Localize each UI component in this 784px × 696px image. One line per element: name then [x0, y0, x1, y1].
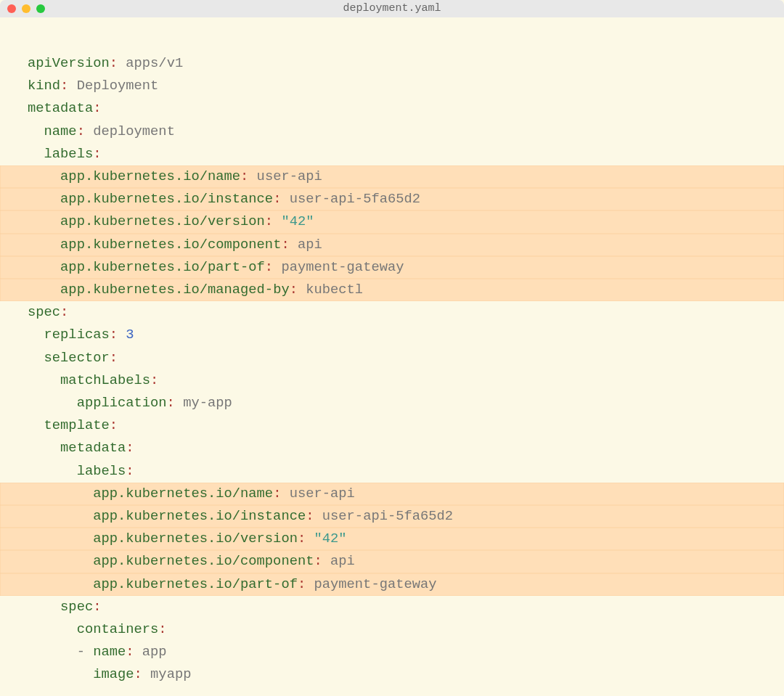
yaml-key: replicas — [44, 327, 110, 343]
yaml-key: template — [44, 417, 110, 433]
editor-window: deployment.yaml apiVersion: apps/v1kind:… — [0, 0, 784, 696]
yaml-key: kind — [28, 78, 60, 94]
yaml-key: app.kubernetes.io/name — [93, 486, 273, 501]
yaml-key: labels — [44, 146, 94, 162]
yaml-key: spec — [28, 304, 60, 320]
code-line[interactable]: image: myapp — [0, 663, 784, 686]
yaml-key: app.kubernetes.io/instance — [60, 191, 273, 207]
yaml-value: app — [142, 644, 167, 660]
yaml-key: name — [93, 644, 126, 660]
code-line[interactable]: containers: — [0, 618, 784, 641]
yaml-key: metadata — [60, 440, 126, 456]
code-line[interactable]: app.kubernetes.io/component: api — [0, 550, 784, 573]
code-line[interactable]: name: deployment — [0, 120, 784, 143]
code-line[interactable]: app.kubernetes.io/version: "42" — [0, 210, 784, 233]
yaml-value: "42" — [314, 531, 347, 546]
yaml-value: user-api-5fa65d2 — [322, 508, 453, 524]
yaml-value: user-api — [257, 168, 322, 184]
code-line[interactable]: apiVersion: apps/v1 — [0, 52, 784, 75]
code-line[interactable]: app.kubernetes.io/name: user-api — [0, 483, 784, 505]
yaml-value: user-api-5fa65d2 — [290, 191, 420, 207]
yaml-key: app.kubernetes.io/version — [93, 531, 298, 546]
code-line[interactable]: kind: Deployment — [0, 75, 784, 97]
yaml-key: app.kubernetes.io/name — [60, 168, 240, 184]
yaml-key: image — [93, 666, 134, 682]
yaml-value: api — [298, 237, 322, 253]
code-line[interactable]: template: — [0, 414, 784, 437]
code-line[interactable]: - name: app — [0, 641, 784, 663]
code-line[interactable]: labels: — [0, 460, 784, 483]
titlebar: deployment.yaml — [0, 0, 784, 17]
code-line[interactable]: selector: — [0, 347, 784, 369]
yaml-key: app.kubernetes.io/component — [93, 553, 314, 569]
code-line[interactable]: app.kubernetes.io/part-of: payment-gatew… — [0, 573, 784, 596]
code-line[interactable]: app.kubernetes.io/instance: user-api-5fa… — [0, 505, 784, 528]
code-line[interactable]: spec: — [0, 301, 784, 324]
yaml-value: user-api — [290, 486, 355, 501]
yaml-key: app.kubernetes.io/instance — [93, 508, 306, 524]
yaml-value: "42" — [281, 213, 314, 229]
window-title: deployment.yaml — [0, 0, 784, 20]
code-line[interactable]: replicas: 3 — [0, 324, 784, 346]
yaml-key: containers — [77, 621, 159, 637]
yaml-key: app.kubernetes.io/part-of — [93, 576, 298, 592]
yaml-value: kubectl — [306, 282, 363, 298]
code-line[interactable]: app.kubernetes.io/name: user-api — [0, 165, 784, 188]
code-editor[interactable]: apiVersion: apps/v1kind: Deploymentmetad… — [0, 17, 784, 687]
yaml-key: apiVersion — [28, 55, 110, 71]
yaml-key: labels — [77, 463, 126, 479]
yaml-key: name — [44, 123, 77, 139]
yaml-value: my-app — [183, 395, 232, 411]
yaml-key: app.kubernetes.io/managed-by — [60, 282, 290, 298]
code-line[interactable]: application: my-app — [0, 392, 784, 414]
code-line[interactable]: metadata: — [0, 97, 784, 120]
yaml-key: app.kubernetes.io/version — [60, 213, 265, 229]
yaml-key: application — [77, 395, 167, 411]
code-line[interactable]: app.kubernetes.io/instance: user-api-5fa… — [0, 188, 784, 210]
code-line[interactable]: app.kubernetes.io/part-of: payment-gatew… — [0, 256, 784, 279]
yaml-key: app.kubernetes.io/component — [60, 237, 281, 253]
yaml-key: spec — [60, 599, 93, 615]
code-line[interactable]: app.kubernetes.io/managed-by: kubectl — [0, 279, 784, 301]
code-line[interactable]: matchLabels: — [0, 369, 784, 392]
code-line[interactable]: app.kubernetes.io/component: api — [0, 234, 784, 256]
yaml-key: selector — [44, 350, 110, 366]
yaml-value: myapp — [150, 666, 191, 682]
yaml-key: metadata — [28, 100, 93, 116]
yaml-value: api — [330, 553, 355, 569]
yaml-value: deployment — [93, 123, 175, 139]
yaml-value: apps/v1 — [126, 55, 183, 71]
code-line[interactable]: metadata: — [0, 437, 784, 459]
yaml-value: payment-gateway — [281, 259, 404, 275]
yaml-value: payment-gateway — [314, 576, 437, 592]
yaml-value: Deployment — [77, 78, 159, 94]
yaml-key: app.kubernetes.io/part-of — [60, 259, 265, 275]
code-line[interactable]: labels: — [0, 143, 784, 165]
yaml-value: 3 — [126, 327, 134, 343]
yaml-key: matchLabels — [60, 372, 150, 388]
code-line[interactable]: app.kubernetes.io/version: "42" — [0, 528, 784, 550]
code-line[interactable]: spec: — [0, 596, 784, 618]
